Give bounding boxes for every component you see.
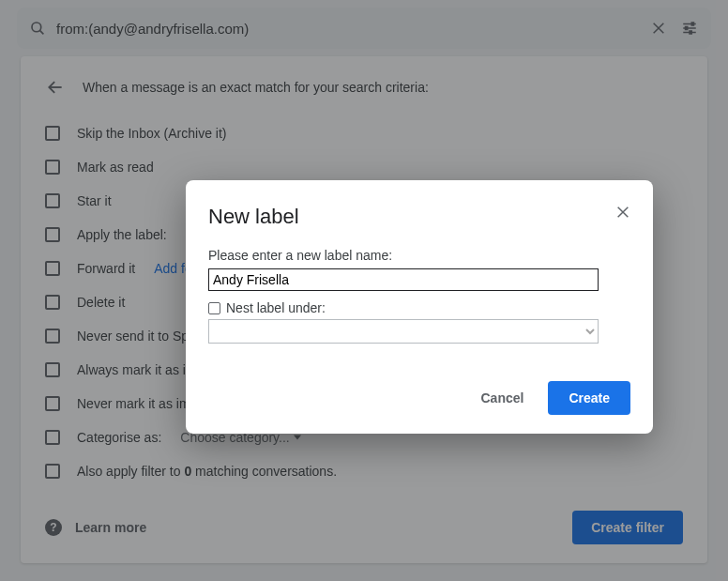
modal-title: New label xyxy=(208,205,630,229)
create-button[interactable]: Create xyxy=(548,381,630,415)
label-name-input[interactable] xyxy=(208,268,599,291)
nest-label-text: Nest label under: xyxy=(226,300,326,315)
close-icon[interactable] xyxy=(612,201,634,223)
cancel-button[interactable]: Cancel xyxy=(477,383,527,413)
modal-prompt: Please enter a new label name: xyxy=(208,248,630,263)
nest-parent-select[interactable] xyxy=(208,319,599,344)
new-label-modal: New label Please enter a new label name:… xyxy=(186,180,653,434)
nest-checkbox[interactable] xyxy=(208,302,220,314)
